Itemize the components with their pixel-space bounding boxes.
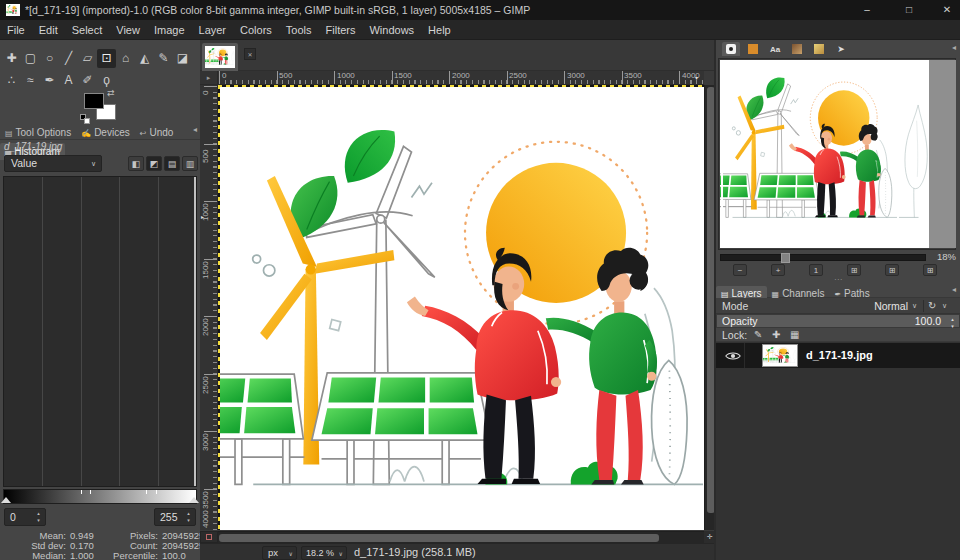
opacity-slider[interactable]: Opacity 100.0 ▴▾ (716, 314, 960, 328)
horizontal-ruler[interactable]: 0 500 1000 1500 2000 2500 3000 3500 4000… (218, 71, 704, 85)
crop-tool-icon[interactable]: ▱ (78, 49, 97, 68)
status-bar: px ∨ 18.2 % ∨ d_171-19.jpg (258.1 MB) (200, 543, 714, 560)
spinner-icons[interactable]: ▴▾ (184, 509, 193, 525)
measure-tool-icon[interactable]: ╱ (59, 49, 78, 68)
image-tab[interactable] (202, 43, 238, 71)
menu-file[interactable]: File (0, 20, 32, 40)
dock-menu-icon[interactable]: ◂ (193, 125, 197, 134)
unit-select[interactable]: px ∨ (262, 546, 297, 560)
quickmask-toggle-button[interactable] (200, 531, 218, 543)
foreground-color-swatch[interactable] (84, 93, 104, 109)
channel-select[interactable]: Value ∨ (4, 155, 102, 172)
layer-visibility-eye-icon[interactable] (725, 351, 741, 361)
ink-tool-icon[interactable]: ✒ (40, 71, 59, 90)
zoom-fill-window-button[interactable]: ⊞ (885, 264, 899, 276)
close-button[interactable]: ✕ (934, 0, 960, 20)
tab-brushes[interactable] (722, 42, 740, 56)
histogram-gradient-bar[interactable] (3, 489, 197, 504)
dock-menu-icon[interactable]: ◂ (952, 43, 956, 52)
chevron-down-icon[interactable]: ∨ (912, 302, 917, 310)
tab-close-icon[interactable]: ✕ (244, 48, 256, 60)
range-high-marker[interactable] (189, 497, 199, 503)
lock-alpha-icon[interactable]: ▦ (790, 328, 799, 342)
free-select-tool-icon[interactable]: ○ (40, 49, 59, 68)
layer-name[interactable]: d_171-19.jpg (806, 343, 873, 368)
ruler-label: 2500 (201, 376, 210, 394)
range-low-marker[interactable] (1, 497, 11, 503)
zoom-slider-thumb[interactable] (781, 253, 790, 263)
paintbrush-tool-icon[interactable]: ✎ (154, 49, 173, 68)
navigation-viewport-rect[interactable] (721, 61, 899, 234)
menu-tools[interactable]: Tools (279, 20, 319, 40)
color-picker-tool-icon[interactable]: ✐ (78, 71, 97, 90)
lock-position-icon[interactable]: ✚ (772, 328, 780, 342)
tab-document-history[interactable] (788, 42, 806, 56)
menu-layer[interactable]: Layer (192, 20, 234, 40)
chevron-down-icon[interactable]: ∨ (942, 302, 947, 310)
opacity-value: 100.0 (915, 315, 941, 327)
lock-pixels-icon[interactable]: ✎ (754, 328, 762, 342)
perspective-tool-icon[interactable]: ⌂ (116, 49, 135, 68)
menu-help[interactable]: Help (421, 20, 458, 40)
histogram-log-icon[interactable]: ◩ (146, 156, 162, 171)
tab-tool-presets[interactable]: ➤ (832, 42, 850, 56)
spinner-icons[interactable]: ▴▾ (34, 509, 43, 525)
range-low-input[interactable]: 0 ▴▾ (4, 508, 46, 526)
layer-thumbnail[interactable] (762, 344, 798, 367)
zoom-out-button[interactable]: − (733, 264, 747, 276)
menu-windows[interactable]: Windows (362, 20, 421, 40)
text-tool-icon[interactable]: A (59, 71, 78, 90)
dock-menu-icon[interactable]: ◂ (952, 285, 956, 294)
tab-patterns[interactable] (744, 42, 762, 56)
menu-view[interactable]: View (109, 20, 147, 40)
zoom-1-1-button[interactable]: 1 (809, 264, 823, 276)
left-dock: ✚▢○╱▱⊡⌂◭✎◪ ∴≈✒A✐ϙ ⇄ ▤Tool Options✍Device… (0, 40, 200, 560)
eraser-tool-icon[interactable]: ◪ (173, 49, 192, 68)
tab-fonts[interactable]: Aa (766, 42, 784, 56)
horizontal-scrollbar-thumb[interactable] (219, 534, 659, 542)
zoom-shrink-wrap-button[interactable]: ⊞ (923, 264, 937, 276)
image-canvas[interactable] (218, 85, 704, 530)
vertical-ruler[interactable]: 0 500 1000 1500 2000 2500 3000 3500 4000… (200, 85, 218, 530)
mode-label: Mode (722, 298, 748, 314)
ruler-label: 1500 (201, 261, 210, 279)
histogram-style-b-icon[interactable]: ▥ (182, 156, 198, 171)
range-high-input[interactable]: 255 ▴▾ (154, 508, 196, 526)
zoom-fit-image-button[interactable]: ⊞ (847, 264, 861, 276)
histogram-image-name: d_171-19.jpg (4, 141, 62, 152)
maximize-button[interactable]: □ (894, 0, 924, 20)
rectangle-select-tool-icon[interactable]: ▢ (21, 49, 40, 68)
zoom-select[interactable]: 18.2 % ∨ (301, 546, 347, 560)
mode-switch-icon[interactable]: ↻ (928, 298, 936, 314)
tab-devices[interactable]: ✍Devices (76, 124, 135, 141)
toolbox-row-1: ✚▢○╱▱⊡⌂◭✎◪ (2, 48, 198, 68)
zoom-slider-track[interactable] (720, 254, 926, 261)
tab-undo[interactable]: ↩Undo (135, 124, 179, 141)
histogram-linear-icon[interactable]: ◧ (128, 156, 144, 171)
transform-tool-icon[interactable]: ⊡ (97, 49, 116, 68)
horizontal-scrollbar[interactable] (218, 531, 704, 543)
move-tool-icon[interactable]: ✚ (2, 49, 21, 68)
menu-select[interactable]: Select (65, 20, 110, 40)
swap-colors-icon[interactable]: ⇄ (107, 88, 115, 98)
menu-filters[interactable]: Filters (319, 20, 363, 40)
zoom-in-button[interactable]: + (771, 264, 785, 276)
menu-image[interactable]: Image (147, 20, 192, 40)
clone-tool-icon[interactable]: ∴ (2, 71, 21, 90)
smudge-tool-icon[interactable]: ≈ (21, 71, 40, 90)
menu-colors[interactable]: Colors (233, 20, 279, 40)
tab-tool-options[interactable]: ▤Tool Options (0, 124, 76, 141)
minimize-button[interactable]: – (852, 0, 882, 20)
navigation-preview[interactable] (718, 58, 956, 250)
histogram-style-a-icon[interactable]: ▤ (164, 156, 180, 171)
histogram-gridline (42, 177, 43, 486)
ruler-label: 2000 (201, 318, 210, 336)
mode-select-value[interactable]: Normal (852, 298, 908, 314)
menu-edit[interactable]: Edit (32, 20, 65, 40)
ruler-corner-button[interactable]: ▸ (200, 71, 218, 85)
tab-images[interactable] (810, 42, 828, 56)
canvas-area: ✕ ▸ 0 500 1000 1500 2000 2500 3000 3500 … (200, 40, 714, 560)
layer-row[interactable]: d_171-19.jpg (716, 343, 960, 368)
gradient-tick (156, 490, 157, 494)
bucket-fill-tool-icon[interactable]: ◭ (135, 49, 154, 68)
